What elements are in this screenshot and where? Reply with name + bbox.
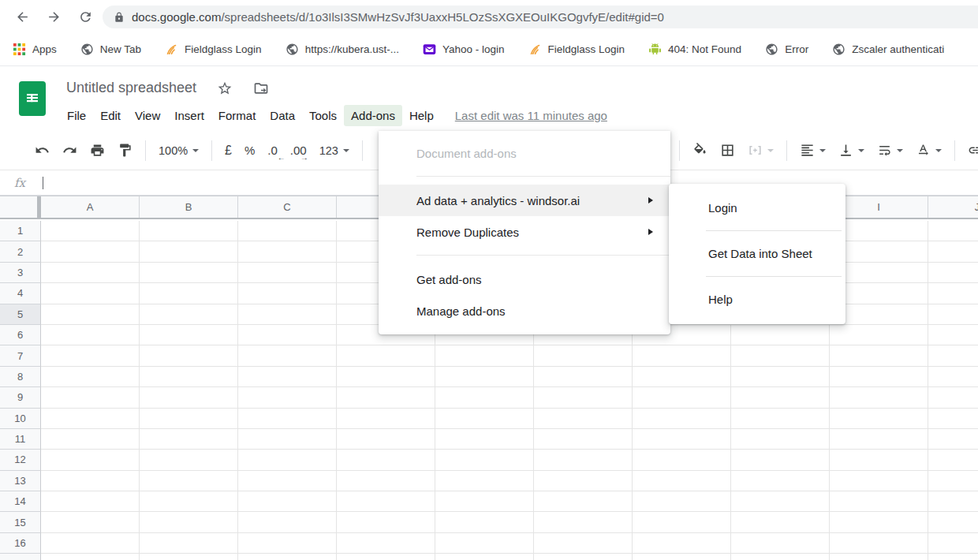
back-icon[interactable] xyxy=(13,7,32,26)
cell-J14[interactable] xyxy=(928,491,978,512)
text-wrap-icon[interactable] xyxy=(877,143,903,158)
cell-D7[interactable] xyxy=(337,345,435,366)
menu-item-remove-duplicates[interactable]: Remove Duplicates xyxy=(379,216,670,248)
cell-J1[interactable] xyxy=(928,221,978,241)
cell-B2[interactable] xyxy=(140,241,238,262)
cell-H7[interactable] xyxy=(731,345,830,366)
format-currency-button[interactable]: £ xyxy=(225,144,232,158)
cell-J15[interactable] xyxy=(928,512,978,532)
cell-F16[interactable] xyxy=(534,533,633,554)
decrease-decimal-button[interactable]: .0← xyxy=(267,144,278,157)
cell-A16[interactable] xyxy=(41,533,140,554)
bookmark-404[interactable]: 404: Not Found xyxy=(648,43,741,56)
cell-B1[interactable] xyxy=(140,221,238,241)
cell-I6[interactable] xyxy=(830,325,928,345)
cell-B16[interactable] xyxy=(140,533,238,554)
bookmark-yahoo[interactable]: Yahoo - login xyxy=(423,43,505,56)
cell-H13[interactable] xyxy=(731,471,830,491)
row-header-2[interactable]: 2 xyxy=(0,241,41,262)
cell-D14[interactable] xyxy=(337,491,435,512)
row-header-5[interactable]: 5 xyxy=(0,304,41,325)
column-header-B[interactable]: B xyxy=(140,196,238,218)
increase-decimal-button[interactable]: .00→ xyxy=(290,144,307,157)
cell-F12[interactable] xyxy=(534,450,633,470)
cell-C5[interactable] xyxy=(238,304,337,325)
bookmark-error[interactable]: Error xyxy=(765,43,808,56)
cell-H11[interactable] xyxy=(731,429,830,450)
bookmark-zscaler[interactable]: Zscaler authenticati xyxy=(832,43,944,56)
insert-link-icon[interactable] xyxy=(968,143,978,158)
cell-C16[interactable] xyxy=(238,533,337,554)
cell-H15[interactable] xyxy=(731,512,830,532)
cell-H6[interactable] xyxy=(731,325,830,345)
cell-D9[interactable] xyxy=(337,387,435,408)
cell-B10[interactable] xyxy=(140,409,238,429)
bookmark-fieldglass-2[interactable]: Fieldglass Login xyxy=(528,43,625,56)
cell-F15[interactable] xyxy=(534,512,633,532)
cell-A12[interactable] xyxy=(41,450,140,470)
menu-help[interactable]: Help xyxy=(402,105,441,126)
submenu-item-get-data[interactable]: Get Data into Sheet xyxy=(669,231,845,276)
cell-A1[interactable] xyxy=(41,221,140,241)
cell-H12[interactable] xyxy=(731,450,830,470)
redo-icon[interactable] xyxy=(62,143,77,158)
cell-I7[interactable] xyxy=(830,345,928,366)
cell-D11[interactable] xyxy=(337,429,435,450)
zoom-select[interactable]: 100% xyxy=(159,144,199,157)
cell-A15[interactable] xyxy=(41,512,140,532)
submenu-item-login[interactable]: Login xyxy=(669,185,845,230)
cell-A6[interactable] xyxy=(41,325,140,345)
cell-J6[interactable] xyxy=(928,325,978,345)
cell-B12[interactable] xyxy=(140,450,238,470)
cell-C3[interactable] xyxy=(238,263,337,283)
cell-E16[interactable] xyxy=(435,533,534,554)
cell-J7[interactable] xyxy=(928,345,978,366)
column-header-C[interactable]: C xyxy=(238,196,337,218)
cell-J3[interactable] xyxy=(928,263,978,283)
cell-F11[interactable] xyxy=(534,429,633,450)
cell-J9[interactable] xyxy=(928,387,978,408)
cell-I16[interactable] xyxy=(830,533,928,554)
cell-C1[interactable] xyxy=(238,221,337,241)
cell-C7[interactable] xyxy=(238,345,337,366)
cell-J16[interactable] xyxy=(928,533,978,554)
move-to-folder-icon[interactable] xyxy=(253,80,269,96)
menu-item-get-add-ons[interactable]: Get add-ons xyxy=(379,263,670,295)
print-icon[interactable] xyxy=(90,143,105,158)
cell-C13[interactable] xyxy=(238,471,337,491)
cell-C12[interactable] xyxy=(238,450,337,470)
row-header-15[interactable]: 15 xyxy=(0,512,41,532)
row-header-1[interactable]: 1 xyxy=(0,221,41,241)
format-percent-button[interactable]: % xyxy=(244,144,255,157)
cell-J10[interactable] xyxy=(928,409,978,429)
forward-icon[interactable] xyxy=(44,7,63,26)
row-header-10[interactable]: 10 xyxy=(0,409,41,429)
row-header-3[interactable]: 3 xyxy=(0,263,41,283)
cell-I12[interactable] xyxy=(830,450,928,470)
menu-tools[interactable]: Tools xyxy=(302,105,344,126)
cell-F14[interactable] xyxy=(534,491,633,512)
last-edit-link[interactable]: Last edit was 11 minutes ago xyxy=(455,109,607,122)
cell-C15[interactable] xyxy=(238,512,337,532)
bookmark-fieldglass[interactable]: Fieldglass Login xyxy=(165,43,262,56)
cell-F17[interactable] xyxy=(534,554,633,560)
cell-B11[interactable] xyxy=(140,429,238,450)
cell-H17[interactable] xyxy=(731,554,830,560)
cell-I9[interactable] xyxy=(830,387,928,408)
cell-C9[interactable] xyxy=(238,387,337,408)
star-icon[interactable] xyxy=(217,80,233,96)
menu-view[interactable]: View xyxy=(128,105,167,126)
row-header-6[interactable]: 6 xyxy=(0,325,41,345)
cell-H10[interactable] xyxy=(731,409,830,429)
cell-G13[interactable] xyxy=(633,471,731,491)
bookmark-kubera[interactable]: https://kubera.ust-... xyxy=(286,43,399,56)
borders-icon[interactable] xyxy=(720,143,735,158)
cell-A14[interactable] xyxy=(41,491,140,512)
cell-F10[interactable] xyxy=(534,409,633,429)
cell-C6[interactable] xyxy=(238,325,337,345)
cell-D12[interactable] xyxy=(337,450,435,470)
cell-J5[interactable] xyxy=(928,304,978,325)
bookmark-apps[interactable]: Apps xyxy=(13,43,57,56)
cell-A7[interactable] xyxy=(41,345,140,366)
cell-A4[interactable] xyxy=(41,283,140,304)
